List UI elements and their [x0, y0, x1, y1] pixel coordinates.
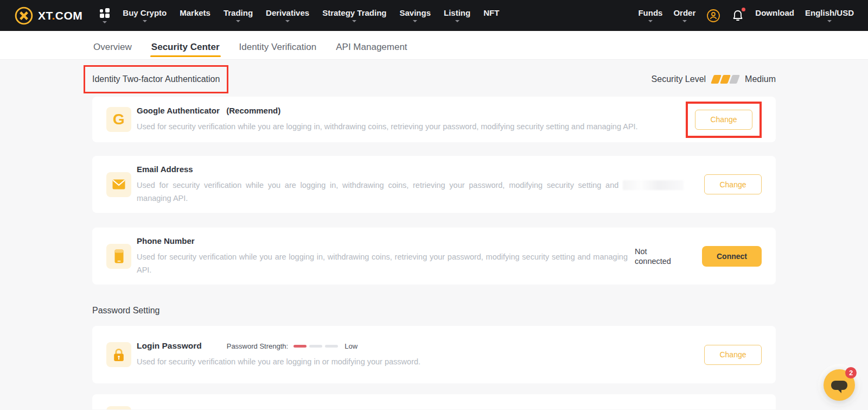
nav-label: Listing: [444, 9, 470, 17]
nav-label: Funds: [638, 9, 662, 17]
xt-logo-icon: [14, 6, 34, 26]
chevron-down-icon: [682, 20, 687, 22]
chevron-down-icon: [827, 20, 832, 22]
nav-label: Savings: [400, 9, 431, 17]
account-tabs: Overview Security Center Identity Verifi…: [0, 31, 868, 60]
annotation-red-box-heading: Identity Two-factor Authentication: [84, 65, 228, 93]
nav-label: Strategy Trading: [322, 9, 386, 17]
card-title: Google Authenticator: [137, 106, 220, 115]
nav-item-savings[interactable]: Savings: [400, 0, 431, 31]
phone-status: Not connected: [635, 247, 677, 266]
security-level-label: Security Level: [652, 74, 706, 84]
nav-item-order[interactable]: Order: [673, 0, 695, 31]
nav-label: English/USD: [805, 9, 854, 17]
user-profile-icon[interactable]: [706, 9, 720, 23]
top-navigation: XT.COM Buy Crypto Markets Trading Deriva…: [0, 0, 868, 31]
nav-item-nft[interactable]: NFT: [483, 0, 499, 31]
nav-label: Markets: [180, 9, 210, 17]
tab-security-center[interactable]: Security Center: [150, 42, 221, 59]
card-partial-next: [92, 394, 776, 409]
nav-label: Download: [755, 9, 794, 17]
google-auth-change-button[interactable]: Change: [695, 110, 752, 130]
security-level-bars: [712, 75, 738, 84]
nav-item-trading[interactable]: Trading: [224, 0, 253, 31]
chevron-down-icon: [413, 20, 417, 22]
masked-email-value: [623, 180, 684, 190]
nav-item-buy-crypto[interactable]: Buy Crypto: [123, 0, 167, 31]
card-title: Email Address: [137, 165, 193, 174]
chevron-down-icon: [285, 20, 290, 22]
nav-item-derivatives[interactable]: Derivatives: [266, 0, 309, 31]
password-strength-label: Password Strength:: [227, 342, 288, 350]
notification-bell-icon[interactable]: [731, 9, 744, 22]
card-phone-number: Phone Number Used for security verificat…: [92, 228, 776, 285]
email-icon: [106, 172, 131, 197]
tab-identity-verification[interactable]: Identity Verification: [238, 42, 318, 59]
lock-icon: [106, 342, 131, 367]
security-level-value: Medium: [745, 74, 776, 84]
chat-support-button[interactable]: 2: [824, 369, 855, 401]
nav-label: NFT: [483, 9, 499, 17]
apps-grid-glyph: [100, 8, 110, 18]
email-change-button[interactable]: Change: [704, 174, 762, 194]
chevron-down-icon: [352, 20, 356, 22]
language-currency-selector[interactable]: English/USD: [805, 0, 854, 31]
card-description: Used for security verification while you…: [137, 120, 686, 133]
google-authenticator-icon: G: [106, 107, 131, 132]
nav-label: Trading: [224, 9, 253, 17]
password-strength-value: Low: [344, 342, 358, 350]
phone-connect-button[interactable]: Connect: [702, 246, 762, 267]
nav-item-markets[interactable]: Markets: [180, 0, 210, 31]
card-title: Phone Number: [137, 236, 195, 245]
nav-label: Derivatives: [266, 9, 309, 17]
tab-api-management[interactable]: API Management: [335, 42, 408, 59]
card-title-suffix: (Recommend): [226, 106, 280, 115]
security-center-content: Identity Two-factor Authentication Secur…: [0, 65, 868, 409]
nav-label: Buy Crypto: [123, 9, 167, 17]
nav-item-strategy-trading[interactable]: Strategy Trading: [322, 0, 386, 31]
section-title-2fa: Identity Two-factor Authentication: [92, 74, 220, 84]
phone-icon: [106, 244, 131, 269]
nav-label: Order: [673, 9, 695, 17]
annotation-red-box-change-button: Change: [686, 102, 762, 138]
card-email-address: Email Address Used for security verifica…: [92, 156, 776, 213]
nav-item-funds[interactable]: Funds: [638, 0, 662, 31]
security-level-indicator: Security Level Medium: [652, 74, 776, 84]
tab-overview[interactable]: Overview: [92, 42, 133, 59]
chat-bubble-icon: [831, 381, 847, 390]
apps-grid-icon[interactable]: [100, 0, 110, 31]
chevron-down-icon: [143, 20, 147, 22]
xt-logo-text: XT.COM: [38, 9, 82, 22]
chevron-down-icon: [455, 20, 459, 22]
nav-item-listing[interactable]: Listing: [444, 0, 470, 31]
card-description: Used for security verification while you…: [137, 179, 684, 205]
chevron-down-icon: [236, 20, 240, 22]
password-change-button[interactable]: Change: [704, 345, 762, 365]
notification-dot: [742, 8, 745, 11]
partial-card-icon: [106, 406, 131, 409]
card-description: Used for security verification while you…: [137, 250, 628, 276]
card-title: Login Password: [137, 341, 202, 351]
nav-item-download[interactable]: Download: [755, 0, 794, 31]
card-google-authenticator: G Google Authenticator (Recommend) Used …: [92, 97, 776, 142]
chat-unread-badge: 2: [845, 367, 857, 379]
section-title-password-setting: Password Setting: [92, 306, 776, 316]
xt-logo[interactable]: XT.COM: [14, 6, 82, 26]
card-login-password: Login Password Password Strength: Low Us…: [92, 326, 776, 383]
chevron-down-icon: [103, 21, 107, 23]
password-strength-meter: [293, 345, 338, 348]
card-description: Used for security verification while you…: [137, 355, 704, 368]
chevron-down-icon: [648, 20, 653, 22]
